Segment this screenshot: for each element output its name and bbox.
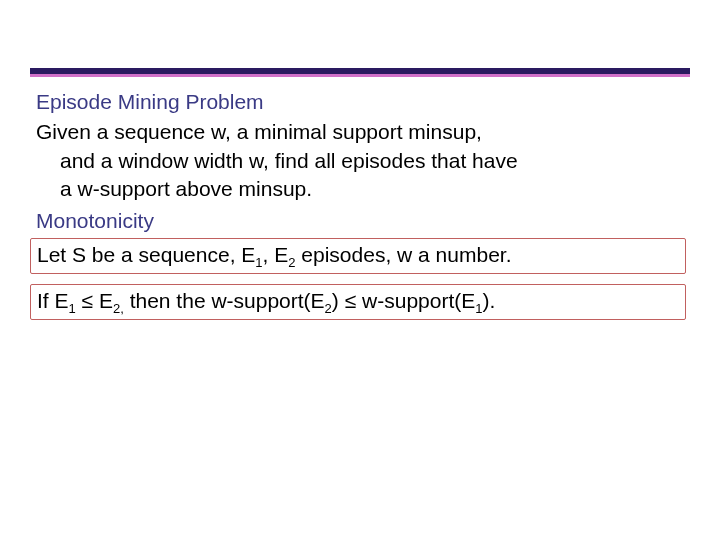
problem-line-3: a w-support above minsup. [36,177,312,200]
premise-text-a: Let S be a sequence, E [37,243,255,266]
problem-line-1: Given a sequence w, a minimal support mi… [36,120,482,143]
heading-problem: Episode Mining Problem [36,88,684,116]
problem-line-2: and a window width w, find all episodes … [36,149,518,172]
boxed-premise: Let S be a sequence, E1, E2 episodes, w … [30,238,686,274]
slide-content: Episode Mining Problem Given a sequence … [36,88,684,320]
conclusion-text-a: If E [37,289,69,312]
premise-text-b: , E [263,243,289,266]
subscript-4: 1 [475,301,482,316]
conclusion-text-e: ). [483,289,496,312]
divider-top-magenta [30,74,690,77]
boxed-conclusion: If E1 ≤ E2, then the w-support(E2) ≤ w-s… [30,284,686,320]
subscript-1: 1 [255,255,262,270]
conclusion-text-c: then the w-support(E [124,289,325,312]
conclusion-text-d: ) ≤ w-support(E [332,289,475,312]
subscript-3: 2 [325,301,332,316]
subscript-2: 2 [288,255,295,270]
problem-statement: Given a sequence w, a minimal support mi… [36,118,684,203]
conclusion-text-b: ≤ E [76,289,113,312]
subscript-1b: 1 [69,301,76,316]
slide: Episode Mining Problem Given a sequence … [0,0,720,540]
premise-text-c: episodes, w a number. [296,243,512,266]
subscript-2b: 2, [113,301,124,316]
heading-monotonicity: Monotonicity [36,207,684,235]
